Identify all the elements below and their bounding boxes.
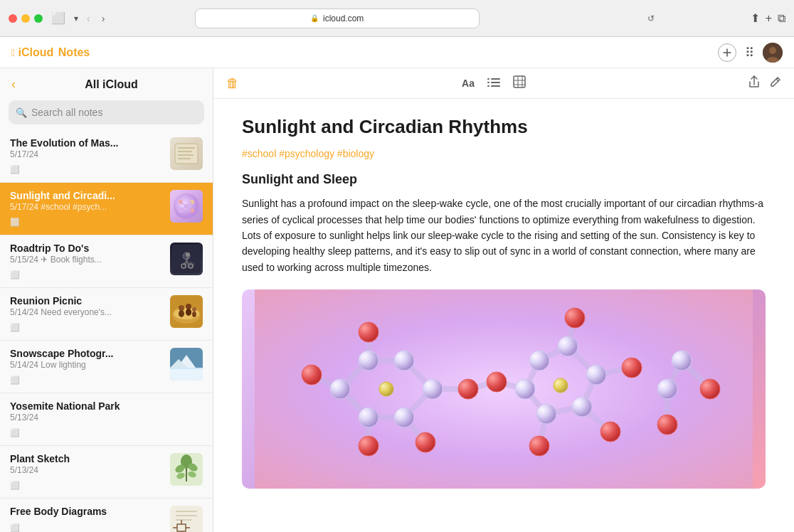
note-item-content: Free Body Diagrams ⬜	[10, 506, 163, 532]
delete-note-button[interactable]: 🗑	[225, 75, 240, 92]
note-title: Plant Sketch	[10, 453, 163, 464]
list-item[interactable]: Sunlight and Circadi... 5/17/24 #school …	[0, 183, 213, 235]
avatar[interactable]	[763, 43, 783, 63]
back-nav-button[interactable]: ‹	[11, 77, 16, 92]
sidebar-toggle-button[interactable]: ⬜	[51, 11, 65, 25]
list-item[interactable]: The Evolution of Mas... 5/17/24 ⬜	[0, 130, 213, 183]
note-image	[242, 289, 766, 489]
note-title: Free Body Diagrams	[10, 506, 163, 517]
note-item-content: Reunion Picnic 5/14/24 Need everyone's..…	[10, 295, 163, 333]
note-meta: 5/13/24	[10, 413, 203, 422]
note-folder: ⬜	[10, 478, 163, 491]
note-title: Roadtrip To Do's	[10, 243, 163, 254]
new-note-button[interactable]	[718, 43, 736, 62]
note-title: The Evolution of Mas...	[10, 137, 163, 149]
svg-point-103	[359, 322, 379, 342]
folder-icon: ⬜	[10, 270, 20, 279]
svg-point-110	[536, 404, 556, 424]
svg-point-111	[515, 379, 535, 399]
sidebar-expand-button[interactable]: ▾	[74, 14, 78, 23]
folder-icon: ⬜	[10, 523, 20, 532]
app-logo:  iCloud Notes	[11, 46, 90, 59]
toolbar-center: Aa	[249, 74, 739, 92]
svg-point-113	[622, 358, 642, 378]
note-title-heading: Sunlight and Circadian Rhythms	[242, 116, 766, 138]
svg-point-98	[359, 408, 379, 427]
note-thumbnail	[170, 190, 203, 223]
note-tags: #school #psychology #biology	[242, 148, 766, 159]
svg-rect-60	[487, 82, 489, 83]
note-meta: 5/14/24 Low lighting	[10, 360, 163, 370]
list-item[interactable]: Reunion Picnic 5/14/24 Need everyone's..…	[0, 288, 213, 341]
folder-icon: ⬜	[10, 481, 20, 489]
svg-point-33	[179, 310, 184, 317]
search-input[interactable]	[31, 107, 197, 118]
svg-point-114	[565, 308, 585, 328]
share-browser-button[interactable]: ⬆	[751, 11, 760, 25]
list-item[interactable]: Yosemite National Park 5/13/24 ⬜	[0, 393, 213, 446]
svg-point-122	[672, 351, 692, 371]
folder-icon: ⬜	[10, 323, 20, 331]
note-title: Snowscape Photogr...	[10, 348, 163, 359]
note-title: Yosemite National Park	[10, 400, 203, 412]
folder-title: All iCloud	[21, 78, 201, 91]
svg-point-95	[394, 351, 414, 371]
list-item[interactable]: Roadtrip To Do's 5/15/24 ✈ Book flights.…	[0, 235, 213, 288]
url-text: icloud.com	[323, 14, 364, 23]
note-body-text: Sunlight has a profound impact on the sl…	[242, 196, 766, 275]
svg-point-35	[186, 309, 191, 316]
note-item-content: Roadtrip To Do's 5/15/24 ✈ Book flights.…	[10, 243, 163, 280]
folder-icon: ⬜	[10, 218, 20, 226]
list-item[interactable]: Plant Sketch 5/13/24 ⬜	[0, 446, 213, 499]
address-bar[interactable]: 🔒 icloud.com	[195, 9, 480, 28]
minimize-button[interactable]	[21, 14, 30, 23]
svg-point-106	[379, 382, 393, 396]
folder-icon: ⬜	[10, 376, 20, 384]
list-item[interactable]: Snowscape Photogr... 5/14/24 Low lightin…	[0, 341, 213, 393]
note-folder: ⬜	[10, 215, 163, 228]
note-meta: 5/17/24 #school #psych...	[10, 202, 163, 212]
maximize-button[interactable]	[34, 14, 43, 23]
table-button[interactable]	[512, 74, 527, 92]
list-format-button[interactable]	[486, 74, 502, 92]
format-text-button[interactable]: Aa	[460, 74, 476, 92]
svg-point-97	[394, 408, 414, 427]
note-meta: 5/17/24	[10, 149, 163, 159]
note-item-content: Plant Sketch 5/13/24 ⬜	[10, 453, 163, 491]
tabs-button[interactable]: ⧉	[778, 12, 785, 25]
svg-rect-42	[170, 369, 203, 381]
toolbar-right	[747, 74, 783, 92]
note-thumbnail	[170, 506, 203, 532]
note-folder: ⬜	[10, 373, 163, 385]
note-folder: ⬜	[10, 267, 163, 280]
edit-note-button[interactable]	[768, 74, 783, 92]
svg-point-23	[186, 252, 190, 257]
svg-point-104	[359, 436, 379, 456]
new-tab-button[interactable]: +	[766, 12, 772, 25]
note-item-content: Snowscape Photogr... 5/14/24 Low lightin…	[10, 348, 163, 385]
back-button[interactable]: ‹	[84, 11, 93, 26]
list-item[interactable]: Free Body Diagrams ⬜	[0, 499, 213, 532]
folder-icon: ⬜	[10, 165, 20, 174]
svg-rect-61	[487, 85, 489, 87]
share-note-button[interactable]	[747, 74, 761, 92]
search-bar[interactable]: 🔍	[9, 100, 204, 124]
sidebar-header: ‹ All iCloud	[0, 68, 213, 97]
note-folder: ⬜	[10, 521, 163, 532]
svg-point-125	[657, 415, 677, 435]
forward-button[interactable]: ›	[99, 11, 108, 26]
svg-line-70	[776, 79, 778, 81]
apps-grid-button[interactable]: ⠿	[745, 45, 754, 60]
note-folder: ⬜	[10, 425, 203, 438]
browser-actions: ⬆ + ⧉	[751, 11, 785, 25]
editor-content[interactable]: Sunlight and Circadian Rhythms #school #…	[213, 99, 794, 532]
app-header:  iCloud Notes ⠿	[0, 37, 794, 68]
reload-button[interactable]: ↺	[647, 14, 655, 23]
svg-point-117	[600, 422, 620, 442]
note-thumbnail	[170, 137, 203, 170]
search-icon: 🔍	[16, 107, 27, 118]
svg-point-105	[415, 432, 435, 452]
close-button[interactable]	[9, 14, 17, 23]
svg-point-32	[179, 305, 184, 311]
editor-toolbar: 🗑 Aa	[213, 68, 794, 99]
